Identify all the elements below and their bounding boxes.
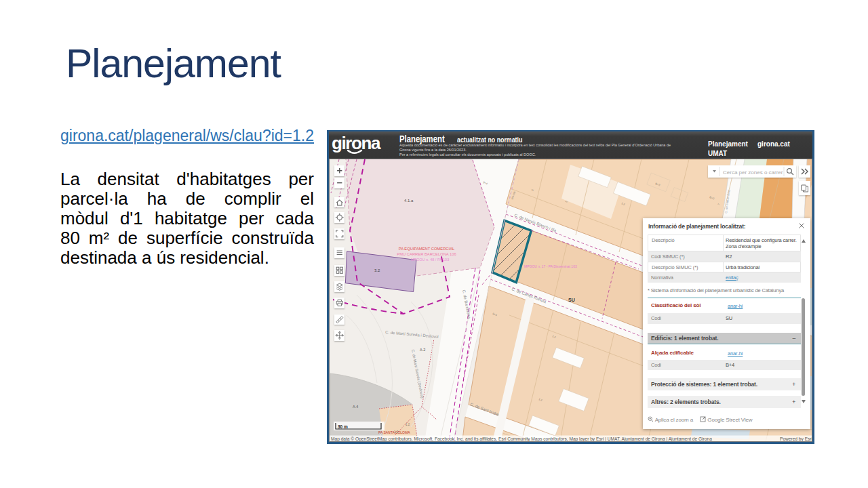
svg-text:SU: SU: [568, 298, 575, 302]
svg-text:A.2: A.2: [420, 348, 425, 352]
svg-text:3.2: 3.2: [374, 268, 380, 272]
svg-text:Map data © OpenStreetMap contr: Map data © OpenStreetMap contributors, M…: [331, 436, 712, 442]
svg-text:MPGOU n. 48 / PA 103: MPGOU n. 48 / PA 103: [411, 258, 449, 262]
svg-text:MPGOU n. 17 - PA Disseminat 10: MPGOU n. 17 - PA Disseminat 103: [524, 264, 577, 268]
svg-text:PA EQUIPAMENT COMERCIAL: PA EQUIPAMENT COMERCIAL: [399, 247, 455, 251]
svg-text:A.4: A.4: [353, 405, 358, 409]
svg-text:4.1.a: 4.1.a: [404, 199, 414, 203]
svg-text:Cerca per zones o carrer: Cerca per zones o carrer: [723, 169, 783, 176]
svg-text:30 m: 30 m: [338, 424, 348, 429]
svg-text:1.2: 1.2: [406, 423, 410, 426]
svg-text:PMU CARRER BARCELONA 106: PMU CARRER BARCELONA 106: [397, 252, 456, 256]
svg-text:1.2: 1.2: [394, 430, 399, 434]
svg-text:Powered by Esri: Powered by Esri: [780, 436, 812, 442]
